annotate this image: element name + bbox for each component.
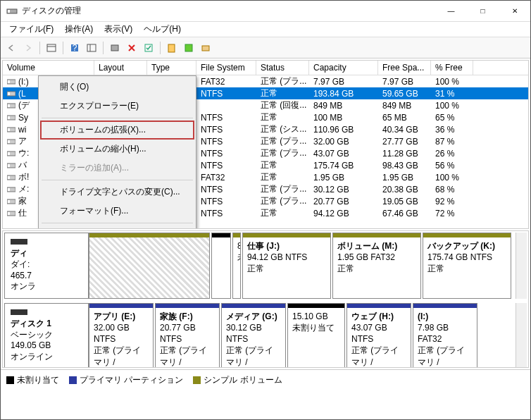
menu-view[interactable]: 表示(V): [99, 22, 138, 37]
volume-box[interactable]: 仕事 (J:)94.12 GB NTFS正常: [242, 233, 331, 299]
delete-button[interactable]: [124, 40, 139, 56]
ctx-format[interactable]: フォーマット(F)...: [40, 202, 194, 221]
col-status[interactable]: Status: [256, 61, 309, 75]
view-button[interactable]: [44, 40, 59, 56]
action-button[interactable]: [181, 40, 196, 56]
window-titlebar: ディスクの管理 — □ ✕: [1, 1, 530, 22]
svg-rect-14: [8, 80, 10, 83]
volume-box[interactable]: [211, 233, 231, 299]
disk-row: ディスク 1ベーシック149.05 GBオンラインアプリ (E:)32.00 G…: [4, 303, 527, 368]
new-button[interactable]: [164, 40, 180, 56]
menu-help[interactable]: ヘルプ(H): [138, 22, 187, 37]
legend-unallocated: 未割り当て: [6, 374, 59, 386]
svg-rect-11: [185, 44, 192, 51]
context-menu: 開く(O) エクスプローラー(E) ボリュームの拡張(X)... ボリュームの縮…: [38, 75, 196, 229]
menubar: ファイル(F) 操作(A) 表示(V) ヘルプ(H): [1, 22, 530, 37]
svg-text:?: ?: [73, 43, 77, 53]
disk-icon: [11, 309, 27, 315]
volume-box[interactable]: アプリ (E:)32.00 GB NTFS正常 (プライマリ /: [89, 303, 154, 368]
maximize-button[interactable]: □: [467, 1, 499, 22]
volume-box[interactable]: (I:)7.98 GB FAT32正常 (プライマリ /: [413, 303, 477, 368]
minimize-button[interactable]: —: [435, 1, 467, 22]
svg-rect-12: [202, 46, 209, 51]
svg-rect-20: [8, 116, 10, 119]
ctx-explorer[interactable]: エクスプローラー(E): [40, 97, 194, 116]
legend-simple: シンプル ボリューム: [193, 374, 282, 386]
svg-rect-24: [8, 140, 10, 143]
volume-list[interactable]: Volume Layout Type File System Status Ca…: [2, 60, 529, 229]
disk-row: ディダイ:465.7オンラ8未仕事 (J:)94.12 GB NTFS正常ボリュ…: [4, 233, 527, 302]
col-free[interactable]: Free Spa...: [378, 61, 431, 75]
legend: 未割り当て プライマリ パーティション シンプル ボリューム: [1, 369, 530, 390]
col-layout[interactable]: Layout: [94, 61, 147, 75]
col-pct[interactable]: % Free: [431, 61, 473, 75]
close-button[interactable]: ✕: [499, 1, 530, 22]
col-volume[interactable]: Volume: [3, 61, 94, 75]
svg-rect-10: [168, 44, 175, 52]
menu-file[interactable]: ファイル(F): [4, 22, 59, 37]
svg-rect-32: [8, 188, 10, 191]
volume-box[interactable]: バックアップ (K:)175.74 GB NTFS正常: [423, 233, 511, 299]
svg-rect-34: [8, 200, 10, 203]
volume-box[interactable]: メディア (G:)30.12 GB NTFS正常 (プライマリ /: [221, 303, 286, 368]
ctx-reactivate: ボリュームの再アクティブ化(R): [40, 226, 194, 229]
ctx-open[interactable]: 開く(O): [40, 78, 194, 97]
disk-info[interactable]: ディダイ:465.7オンラ: [4, 233, 89, 299]
volume-box[interactable]: 15.10 GB未割り当て: [287, 303, 345, 368]
svg-rect-36: [8, 212, 10, 215]
ctx-shrink-volume[interactable]: ボリュームの縮小(H)...: [40, 140, 194, 159]
volume-box[interactable]: 家族 (F:)20.77 GB NTFS正常 (プライマリ /: [155, 303, 220, 368]
svg-rect-8: [111, 45, 118, 51]
window-title: ディスクの管理: [22, 5, 435, 17]
svg-rect-26: [8, 152, 10, 155]
svg-rect-2: [47, 44, 56, 51]
col-type[interactable]: Type: [147, 61, 196, 75]
properties-button[interactable]: [141, 40, 156, 56]
volume-list-header: Volume Layout Type File System Status Ca…: [3, 61, 528, 75]
ctx-drive-letter[interactable]: ドライブ文字とパスの変更(C)...: [40, 183, 194, 202]
help-button[interactable]: ?: [67, 40, 82, 56]
app-icon: [6, 6, 18, 17]
svg-rect-1: [8, 10, 10, 13]
refresh-button[interactable]: [107, 40, 123, 56]
legend-primary: プライマリ パーティション: [69, 374, 183, 386]
svg-rect-18: [8, 104, 10, 107]
disk-info[interactable]: ディスク 1ベーシック149.05 GBオンライン: [4, 303, 89, 368]
forward-button[interactable]: [20, 40, 36, 56]
toolbar: ?: [1, 37, 530, 58]
ctx-add-mirror: ミラーの追加(A)...: [40, 159, 194, 178]
volume-box[interactable]: 8未: [232, 233, 241, 299]
disk-icon: [11, 239, 27, 245]
svg-rect-30: [8, 176, 10, 179]
more-button[interactable]: [198, 40, 213, 56]
disk-graphical-pane[interactable]: ディダイ:465.7オンラ8未仕事 (J:)94.12 GB NTFS正常ボリュ…: [2, 230, 529, 368]
volume-box[interactable]: ウェブ (H:)43.07 GB NTFS正常 (プライマリ /: [346, 303, 411, 368]
col-capacity[interactable]: Capacity: [309, 61, 378, 75]
settings-button[interactable]: [84, 40, 99, 56]
svg-rect-16: [8, 92, 10, 95]
ctx-extend-volume[interactable]: ボリュームの拡張(X)...: [40, 121, 194, 140]
back-button[interactable]: [4, 40, 19, 56]
svg-rect-28: [8, 164, 10, 167]
volume-box[interactable]: ボリューム (M:)1.95 GB FAT32正常: [332, 233, 421, 299]
menu-action[interactable]: 操作(A): [59, 22, 99, 37]
volume-box[interactable]: [89, 233, 210, 299]
svg-rect-22: [8, 128, 10, 131]
col-filesystem[interactable]: File System: [196, 61, 256, 75]
svg-rect-6: [87, 44, 96, 51]
